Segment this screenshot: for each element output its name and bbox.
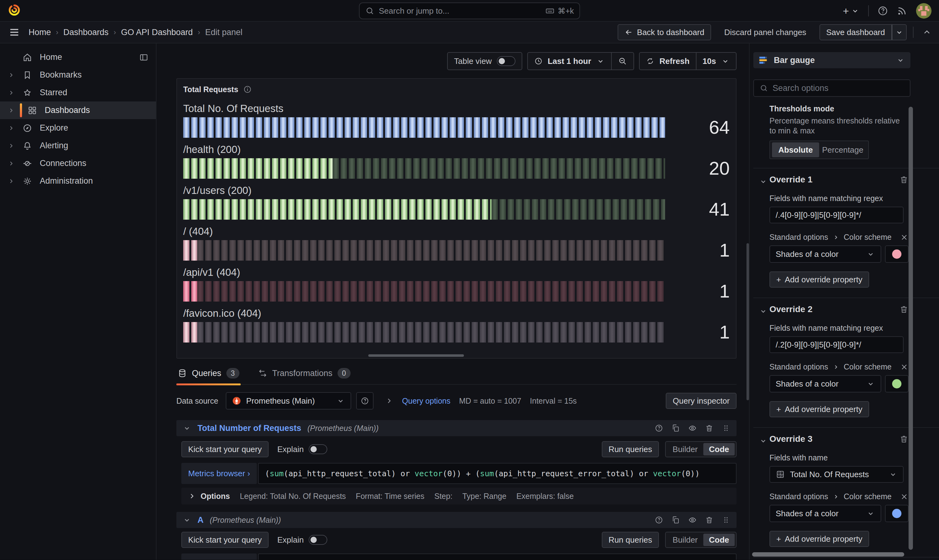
sidebar-item-starred[interactable]: Starred [0,84,156,102]
chevron-right-icon[interactable] [0,88,15,97]
promql-editor[interactable]: (sum(api_http_request_total) or vector(0… [258,463,737,484]
explain-toggle[interactable] [308,444,327,454]
chevron-right-icon[interactable] [0,71,15,79]
remove-property-icon[interactable] [900,363,908,371]
breadcrumb-dashboards[interactable]: Dashboards [63,28,109,37]
chevron-right-icon[interactable] [385,397,393,405]
explain-toggle[interactable] [308,535,327,545]
override-1-color-scheme-select[interactable]: Shades of a color [769,245,881,263]
news-icon[interactable] [897,6,907,16]
back-to-dashboard-button[interactable]: Back to dashboard [618,24,711,40]
override-1-add-property-button[interactable]: + Add override property [769,271,869,288]
code-option[interactable]: Code [703,534,735,546]
override-1-regex-input[interactable]: /.4[0-9][0-9]|5[0-9][0-9]*/ [769,207,904,223]
drag-handle-icon[interactable] [722,424,730,432]
hide-query-icon[interactable] [688,424,697,432]
refresh-interval-dropdown[interactable]: 10s [697,52,737,70]
breadcrumb-home[interactable]: Home [29,28,51,37]
info-icon[interactable] [243,85,252,94]
query-2-name[interactable]: A [197,515,204,525]
main-vertical-scrollbar[interactable] [746,243,749,400]
remove-property-icon[interactable] [900,233,908,242]
override-3-field-select[interactable]: Total No. Of Requests [769,466,904,483]
avatar[interactable] [916,3,931,18]
query-1-name[interactable]: Total Number of Requests [197,423,301,433]
delete-override-icon[interactable] [899,434,908,444]
chevron-down-icon[interactable] [759,177,768,186]
tab-transformations[interactable]: Transformations 0 [257,368,352,384]
help-icon[interactable] [877,6,888,16]
code-option[interactable]: Code [703,443,735,455]
save-dashboard-dropdown[interactable] [892,24,907,40]
delete-query-icon[interactable] [705,424,714,432]
duplicate-query-icon[interactable] [671,515,680,524]
override-2-color-swatch[interactable] [885,375,908,392]
duplicate-query-icon[interactable] [671,424,680,432]
zoom-out-button[interactable] [612,52,634,70]
builder-option[interactable]: Builder [667,443,703,455]
options-expander[interactable]: Options [188,492,230,501]
global-search[interactable]: Search or jump to... ⌘+k [359,3,580,19]
chevron-right-icon[interactable] [0,124,15,132]
metrics-browser-button[interactable]: Metrics browser › [181,554,257,560]
delete-override-icon[interactable] [899,305,908,314]
override-3-color-swatch[interactable] [885,505,908,522]
thresholds-absolute-option[interactable]: Absolute [772,142,819,157]
chevron-down-icon[interactable] [183,424,191,432]
options-vertical-scrollbar[interactable] [908,107,913,550]
chevron-right-icon[interactable] [0,159,15,168]
tab-queries[interactable]: Queries 3 [176,368,241,384]
breadcrumb-dashboard-name[interactable]: GO API Dashboard [121,28,193,37]
refresh-button[interactable]: Refresh [639,52,697,70]
thresholds-percentage-option[interactable]: Percentage [819,142,867,157]
datasource-picker[interactable]: Prometheus (Main) [226,392,351,409]
delete-override-icon[interactable] [899,175,908,184]
table-view-toggle[interactable]: Table view [447,52,522,70]
kick-start-query-button[interactable]: Kick start your query [181,532,268,548]
options-horizontal-scrollbar[interactable] [752,552,904,557]
time-range-picker[interactable]: Last 1 hour [527,52,612,70]
override-3-color-scheme-select[interactable]: Shades of a color [769,505,881,522]
chevron-right-icon[interactable] [0,142,15,150]
query-1-header[interactable]: Total Number of Requests (Prometheus (Ma… [176,420,737,436]
visualization-picker[interactable]: Bar gauge [753,52,910,68]
override-3-add-property-button[interactable]: + Add override property [769,531,869,547]
chevron-right-icon[interactable] [0,177,15,186]
discard-panel-changes-button[interactable]: Discard panel changes [717,24,813,40]
new-button[interactable]: + [843,5,859,17]
sidebar-item-administration[interactable]: Administration [0,172,156,190]
dock-sidebar-icon[interactable] [139,53,148,62]
run-queries-button[interactable]: Run queries [602,441,659,457]
save-dashboard-button[interactable]: Save dashboard [819,24,892,40]
chevron-right-icon[interactable] [0,106,15,115]
chevron-down-icon[interactable] [183,515,191,524]
run-queries-button[interactable]: Run queries [602,532,659,548]
override-1-color-swatch[interactable] [885,245,908,263]
override-2-regex-input[interactable]: /.2[0-9][0-9]|5[0-9][0-9]*/ [769,336,904,353]
options-search-input[interactable]: Search options [753,79,910,97]
hide-query-icon[interactable] [688,515,697,524]
kick-start-query-button[interactable]: Kick start your query [181,441,268,457]
sidebar-item-bookmarks[interactable]: Bookmarks [0,66,156,84]
query-options-toggle[interactable]: Query options [402,397,450,406]
delete-query-icon[interactable] [705,515,714,524]
sidebar-item-alerting[interactable]: Alerting [0,137,156,154]
chevron-down-icon[interactable] [759,307,768,315]
promql-editor[interactable] [258,554,737,560]
sidebar-item-dashboards[interactable]: Dashboards [0,102,156,119]
panel-horizontal-scrollbar[interactable] [368,354,464,357]
chevron-down-icon[interactable] [759,437,768,445]
sidebar-item-home[interactable]: Home [0,48,156,66]
drag-handle-icon[interactable] [722,515,730,524]
override-2-color-scheme-select[interactable]: Shades of a color [769,375,881,392]
grafana-logo[interactable] [8,4,20,17]
table-view-switch[interactable] [497,56,515,66]
menu-icon[interactable] [9,27,20,38]
sidebar-item-explore[interactable]: Explore [0,119,156,137]
query-help-icon[interactable] [655,424,663,432]
sidebar-item-connections[interactable]: Connections [0,154,156,172]
query-help-icon[interactable] [655,515,663,524]
query-2-header[interactable]: A (Prometheus (Main)) [176,512,737,528]
metrics-browser-button[interactable]: Metrics browser › [181,463,257,484]
collapse-up-icon[interactable] [922,28,931,37]
